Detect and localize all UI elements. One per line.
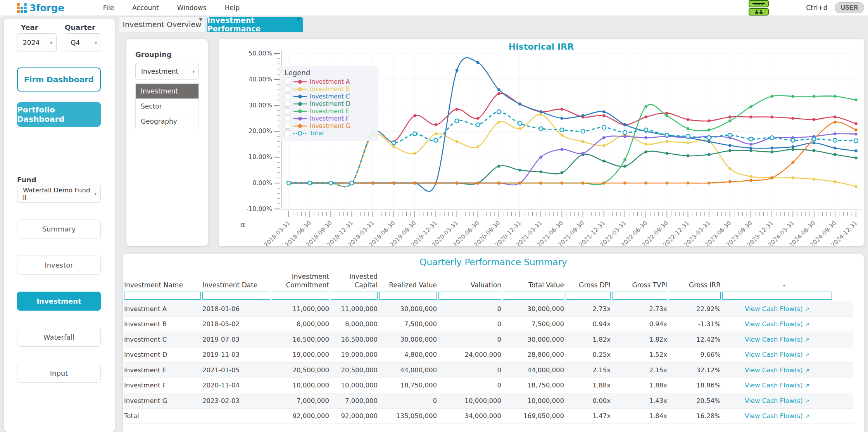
data-point — [476, 123, 480, 127]
legend-checkbox[interactable] — [285, 108, 290, 114]
data-point — [708, 140, 711, 143]
data-point — [287, 181, 291, 185]
cell: 24,000,000 — [438, 351, 501, 358]
quarter-select[interactable]: Q4▾ — [65, 33, 101, 52]
topbar-right: Ctrl+d USER — [749, 0, 864, 16]
view-cash-flows-link[interactable]: View Cash Flow(s) ↗ — [745, 305, 809, 313]
column-header-actions[interactable]: - — [722, 281, 832, 291]
sidebar-button-waterfall[interactable]: Waterfall — [17, 328, 101, 347]
top-menu-bar: 3forge FileAccountWindowsHelp Ctrl+d USE… — [0, 0, 868, 16]
legend-item-investment-d[interactable]: Investment D — [285, 100, 373, 107]
filter-input-valuation[interactable] — [438, 292, 501, 300]
legend-checkbox[interactable] — [285, 116, 290, 121]
grouping-option-sector[interactable]: Sector — [136, 99, 198, 114]
column-header-valuation[interactable]: Valuation — [438, 281, 501, 291]
year-select[interactable]: 2024▾ — [17, 33, 57, 52]
grouping-option-geography[interactable]: Geography — [136, 114, 198, 129]
data-point — [770, 150, 773, 154]
menu-help[interactable]: Help — [225, 4, 240, 12]
cell: 0 — [438, 366, 501, 374]
cell: 0.94x — [612, 320, 667, 328]
legend-item-investment-c[interactable]: Investment C — [285, 93, 373, 100]
cell: 10,000,000 — [272, 382, 329, 389]
data-point — [602, 114, 606, 118]
column-header-realized-value[interactable]: Realized Value — [379, 281, 437, 291]
legend-checkbox[interactable] — [285, 101, 290, 107]
view-cash-flows-link[interactable]: View Cash Flow(s) ↗ — [745, 351, 809, 358]
legend-item-investment-a[interactable]: Investment A — [285, 78, 373, 85]
filter-input-actions[interactable] — [722, 292, 832, 300]
menu-file[interactable]: File — [103, 4, 114, 12]
column-header-investment-name[interactable]: Investment Name — [124, 281, 201, 291]
fund-select[interactable]: Waterfall Demo Fund II▾ — [17, 185, 101, 203]
tab-investment-overview[interactable]: Investment Overview▼ — [119, 17, 205, 32]
data-point — [708, 119, 711, 123]
legend-checkbox[interactable] — [285, 130, 290, 136]
data-point — [476, 61, 480, 64]
filter-input-investment-commitment[interactable] — [272, 292, 329, 300]
filter-input-gross-dpi[interactable] — [566, 292, 611, 300]
firm-dashboard-button[interactable]: Firm Dashboard — [17, 67, 101, 92]
view-cash-flows-link[interactable]: View Cash Flow(s) ↗ — [745, 366, 809, 374]
tab-investment-performance[interactable]: Investment Performance▼ — [207, 17, 303, 32]
tab-menu-icon[interactable]: ▼ — [199, 17, 202, 22]
filter-input-gross-tvpi[interactable] — [612, 292, 667, 300]
grouping-select[interactable]: Investment▾ — [135, 63, 199, 80]
legend-checkbox[interactable] — [285, 86, 290, 92]
grouping-option-investment[interactable]: Investment — [136, 84, 198, 99]
legend-checkbox[interactable] — [285, 93, 290, 99]
cell: Investment E — [124, 366, 201, 374]
data-point — [770, 136, 774, 140]
sidebar-button-summary[interactable]: Summary — [17, 219, 101, 238]
legend-item-investment-e[interactable]: Investment E — [285, 107, 373, 115]
cell: 2021-01-05 — [202, 366, 270, 374]
filter-input-total-value[interactable] — [503, 292, 564, 300]
view-cash-flows-link[interactable]: View Cash Flow(s) ↗ — [745, 320, 809, 328]
legend-item-investment-f[interactable]: Investment F — [285, 115, 373, 122]
legend-checkbox[interactable] — [285, 123, 290, 129]
column-header-investment-date[interactable]: Investment Date — [202, 281, 270, 291]
cell: -1.31% — [669, 320, 721, 328]
column-header-total-value[interactable]: Total Value — [503, 281, 564, 291]
sidebar-button-investment[interactable]: Investment — [17, 292, 101, 311]
legend-item-investment-g[interactable]: Investment G — [285, 122, 373, 130]
user-button[interactable]: USER — [835, 2, 864, 13]
legend-item-investment-b[interactable]: Investment B — [285, 85, 373, 93]
sidebar-button-input[interactable]: Input — [17, 364, 101, 383]
cell: 7,000,000 — [272, 397, 329, 404]
data-point — [582, 152, 585, 155]
column-header-gross-tvpi[interactable]: Gross TVPI — [612, 281, 667, 291]
view-cash-flows-link[interactable]: View Cash Flow(s) ↗ — [745, 382, 809, 389]
filter-input-investment-date[interactable] — [202, 292, 270, 300]
sidebar-button-investor[interactable]: Investor — [17, 256, 101, 275]
data-point — [833, 132, 837, 135]
tab-menu-icon[interactable]: ▼ — [297, 17, 300, 22]
column-header-invested-capital[interactable]: Invested Capital — [331, 272, 378, 291]
portfolio-dashboard-button[interactable]: Portfolio Dashboard — [17, 102, 101, 127]
column-header-gross-irr[interactable]: Gross IRR — [669, 281, 721, 291]
filter-input-gross-irr[interactable] — [669, 292, 721, 300]
menu-windows[interactable]: Windows — [177, 4, 207, 12]
data-point — [707, 136, 711, 140]
view-cash-flows-link[interactable]: View Cash Flow(s) ↗ — [745, 336, 809, 343]
data-point — [833, 121, 837, 124]
cell: 32.12% — [669, 366, 721, 374]
menu-account[interactable]: Account — [132, 4, 159, 12]
legend-item-total[interactable]: Total — [285, 130, 373, 137]
data-point — [455, 119, 459, 123]
external-link-icon: ↗ — [805, 382, 809, 389]
legend-checkbox[interactable] — [285, 79, 290, 85]
filter-input-invested-capital[interactable] — [331, 292, 378, 300]
filter-input-realized-value[interactable] — [379, 292, 437, 300]
data-point — [666, 181, 669, 185]
column-header-gross-dpi[interactable]: Gross DPI — [566, 281, 611, 291]
filter-input-investment-name[interactable] — [124, 292, 201, 300]
view-cash-flows-link[interactable]: View Cash Flow(s) ↗ — [745, 397, 809, 404]
cell: 135,050,000 — [379, 412, 437, 420]
view-cash-flows-link[interactable]: View Cash Flow(s) ↗ — [745, 412, 809, 420]
logo-text: 3forge — [29, 2, 64, 14]
grouping-list: InvestmentSectorGeography — [135, 83, 199, 129]
cell: 2018-05-02 — [202, 320, 270, 328]
column-header-investment-commitment[interactable]: Investment Commitment — [272, 272, 329, 291]
data-point — [539, 170, 542, 173]
